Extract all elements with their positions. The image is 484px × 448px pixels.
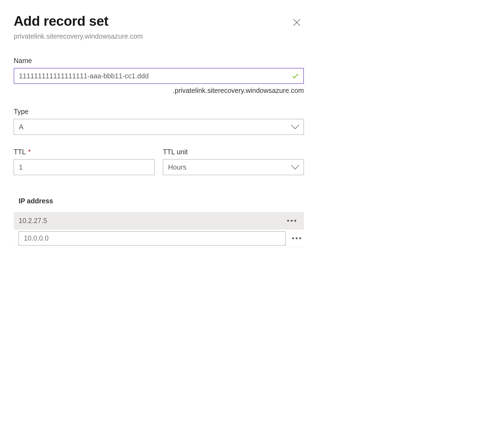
ip-row[interactable]: 10.2.27.5 — [14, 212, 304, 230]
name-input-wrap — [14, 68, 304, 84]
ttl-field-group: TTL * — [14, 148, 155, 175]
type-label: Type — [14, 108, 304, 116]
panel-header: Add record set — [14, 14, 304, 30]
ttl-unit-select-value: Hours — [168, 163, 186, 171]
panel-subtitle: privatelink.siterecovery.windowsazure.co… — [14, 32, 304, 40]
ip-address-heading: IP address — [14, 197, 304, 205]
ttl-label: TTL * — [14, 148, 155, 156]
close-button[interactable] — [290, 15, 304, 30]
name-label: Name — [14, 57, 304, 65]
panel-title: Add record set — [14, 14, 108, 29]
name-field-group: Name .privatelink.siterecovery.windowsaz… — [14, 57, 304, 95]
ip-address-list: 10.2.27.5 — [14, 212, 304, 247]
type-select[interactable]: A — [14, 119, 304, 135]
ttl-unit-select[interactable]: Hours — [163, 159, 304, 175]
more-icon — [294, 220, 296, 222]
add-record-set-panel: Add record set privatelink.siterecovery.… — [14, 14, 304, 247]
checkmark-icon — [291, 72, 299, 80]
ip-row-value: 10.2.27.5 — [19, 217, 284, 225]
more-icon — [291, 220, 293, 222]
ip-row-new — [14, 230, 304, 247]
name-input[interactable] — [14, 68, 304, 84]
ip-new-input[interactable] — [19, 231, 286, 246]
ttl-input[interactable] — [14, 159, 155, 175]
type-field-group: Type A — [14, 108, 304, 135]
more-icon — [296, 237, 298, 239]
chevron-down-icon — [290, 164, 300, 170]
ip-row-more-button[interactable] — [289, 235, 302, 241]
more-icon — [292, 237, 294, 239]
chevron-down-icon — [290, 124, 300, 130]
ip-row-more-button[interactable] — [284, 218, 297, 224]
type-select-value: A — [19, 123, 24, 131]
ttl-unit-field-group: TTL unit Hours — [163, 148, 304, 175]
ttl-row: TTL * TTL unit Hours — [14, 148, 304, 175]
more-icon — [287, 220, 289, 222]
name-suffix: .privatelink.siterecovery.windowsazure.c… — [14, 87, 304, 95]
ttl-unit-label: TTL unit — [163, 148, 304, 156]
close-icon — [292, 18, 302, 27]
required-asterisk: * — [28, 148, 31, 156]
more-icon — [299, 237, 301, 239]
ttl-label-text: TTL — [14, 148, 26, 156]
